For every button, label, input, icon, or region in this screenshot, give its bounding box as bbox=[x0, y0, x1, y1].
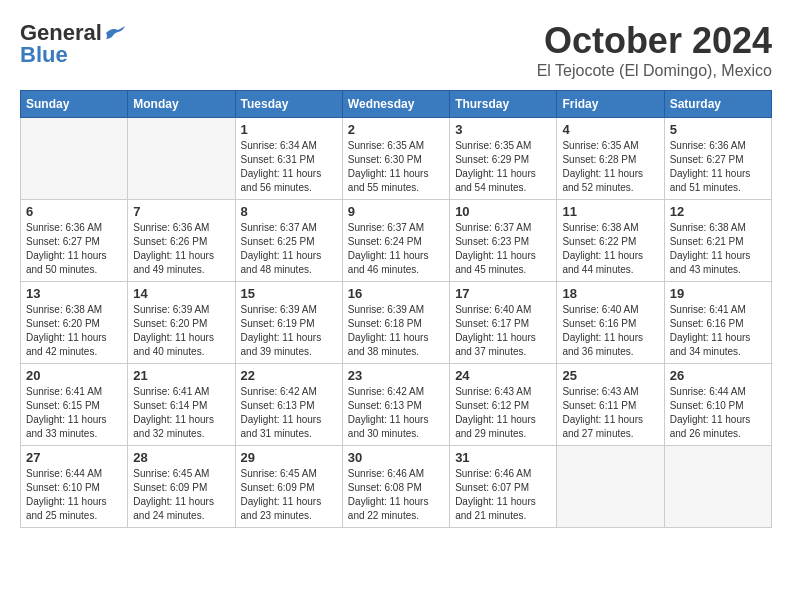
day-info: Sunrise: 6:39 AM Sunset: 6:18 PM Dayligh… bbox=[348, 303, 444, 359]
day-info: Sunrise: 6:36 AM Sunset: 6:26 PM Dayligh… bbox=[133, 221, 229, 277]
day-number: 7 bbox=[133, 204, 229, 219]
calendar-cell: 12Sunrise: 6:38 AM Sunset: 6:21 PM Dayli… bbox=[664, 200, 771, 282]
calendar-cell: 7Sunrise: 6:36 AM Sunset: 6:26 PM Daylig… bbox=[128, 200, 235, 282]
day-info: Sunrise: 6:45 AM Sunset: 6:09 PM Dayligh… bbox=[133, 467, 229, 523]
day-number: 23 bbox=[348, 368, 444, 383]
day-number: 29 bbox=[241, 450, 337, 465]
calendar-cell: 27Sunrise: 6:44 AM Sunset: 6:10 PM Dayli… bbox=[21, 446, 128, 528]
day-info: Sunrise: 6:45 AM Sunset: 6:09 PM Dayligh… bbox=[241, 467, 337, 523]
day-info: Sunrise: 6:43 AM Sunset: 6:11 PM Dayligh… bbox=[562, 385, 658, 441]
day-info: Sunrise: 6:39 AM Sunset: 6:20 PM Dayligh… bbox=[133, 303, 229, 359]
col-header-monday: Monday bbox=[128, 91, 235, 118]
calendar-cell: 23Sunrise: 6:42 AM Sunset: 6:13 PM Dayli… bbox=[342, 364, 449, 446]
calendar-cell: 8Sunrise: 6:37 AM Sunset: 6:25 PM Daylig… bbox=[235, 200, 342, 282]
day-number: 19 bbox=[670, 286, 766, 301]
day-info: Sunrise: 6:35 AM Sunset: 6:29 PM Dayligh… bbox=[455, 139, 551, 195]
calendar-cell: 1Sunrise: 6:34 AM Sunset: 6:31 PM Daylig… bbox=[235, 118, 342, 200]
calendar-week-5: 27Sunrise: 6:44 AM Sunset: 6:10 PM Dayli… bbox=[21, 446, 772, 528]
calendar-header-row: SundayMondayTuesdayWednesdayThursdayFrid… bbox=[21, 91, 772, 118]
calendar-cell: 24Sunrise: 6:43 AM Sunset: 6:12 PM Dayli… bbox=[450, 364, 557, 446]
day-info: Sunrise: 6:44 AM Sunset: 6:10 PM Dayligh… bbox=[670, 385, 766, 441]
calendar-cell: 5Sunrise: 6:36 AM Sunset: 6:27 PM Daylig… bbox=[664, 118, 771, 200]
calendar-cell: 9Sunrise: 6:37 AM Sunset: 6:24 PM Daylig… bbox=[342, 200, 449, 282]
title-block: October 2024 El Tejocote (El Domingo), M… bbox=[537, 20, 772, 80]
day-number: 27 bbox=[26, 450, 122, 465]
calendar-week-1: 1Sunrise: 6:34 AM Sunset: 6:31 PM Daylig… bbox=[21, 118, 772, 200]
day-info: Sunrise: 6:42 AM Sunset: 6:13 PM Dayligh… bbox=[241, 385, 337, 441]
location-subtitle: El Tejocote (El Domingo), Mexico bbox=[537, 62, 772, 80]
calendar-cell: 13Sunrise: 6:38 AM Sunset: 6:20 PM Dayli… bbox=[21, 282, 128, 364]
calendar-cell bbox=[21, 118, 128, 200]
day-info: Sunrise: 6:42 AM Sunset: 6:13 PM Dayligh… bbox=[348, 385, 444, 441]
calendar-cell bbox=[128, 118, 235, 200]
day-info: Sunrise: 6:36 AM Sunset: 6:27 PM Dayligh… bbox=[670, 139, 766, 195]
col-header-saturday: Saturday bbox=[664, 91, 771, 118]
calendar-cell: 3Sunrise: 6:35 AM Sunset: 6:29 PM Daylig… bbox=[450, 118, 557, 200]
logo-blue: Blue bbox=[20, 42, 68, 68]
day-number: 9 bbox=[348, 204, 444, 219]
day-number: 18 bbox=[562, 286, 658, 301]
day-info: Sunrise: 6:40 AM Sunset: 6:17 PM Dayligh… bbox=[455, 303, 551, 359]
calendar-cell: 20Sunrise: 6:41 AM Sunset: 6:15 PM Dayli… bbox=[21, 364, 128, 446]
calendar-cell: 28Sunrise: 6:45 AM Sunset: 6:09 PM Dayli… bbox=[128, 446, 235, 528]
calendar-table: SundayMondayTuesdayWednesdayThursdayFrid… bbox=[20, 90, 772, 528]
day-info: Sunrise: 6:37 AM Sunset: 6:24 PM Dayligh… bbox=[348, 221, 444, 277]
day-info: Sunrise: 6:38 AM Sunset: 6:21 PM Dayligh… bbox=[670, 221, 766, 277]
calendar-cell: 4Sunrise: 6:35 AM Sunset: 6:28 PM Daylig… bbox=[557, 118, 664, 200]
calendar-cell: 11Sunrise: 6:38 AM Sunset: 6:22 PM Dayli… bbox=[557, 200, 664, 282]
calendar-cell: 30Sunrise: 6:46 AM Sunset: 6:08 PM Dayli… bbox=[342, 446, 449, 528]
day-number: 14 bbox=[133, 286, 229, 301]
calendar-cell: 31Sunrise: 6:46 AM Sunset: 6:07 PM Dayli… bbox=[450, 446, 557, 528]
calendar-cell: 19Sunrise: 6:41 AM Sunset: 6:16 PM Dayli… bbox=[664, 282, 771, 364]
day-info: Sunrise: 6:41 AM Sunset: 6:14 PM Dayligh… bbox=[133, 385, 229, 441]
day-number: 30 bbox=[348, 450, 444, 465]
calendar-cell: 10Sunrise: 6:37 AM Sunset: 6:23 PM Dayli… bbox=[450, 200, 557, 282]
day-number: 12 bbox=[670, 204, 766, 219]
day-info: Sunrise: 6:37 AM Sunset: 6:25 PM Dayligh… bbox=[241, 221, 337, 277]
day-info: Sunrise: 6:39 AM Sunset: 6:19 PM Dayligh… bbox=[241, 303, 337, 359]
day-number: 5 bbox=[670, 122, 766, 137]
logo-bird-icon bbox=[104, 25, 126, 41]
calendar-cell: 16Sunrise: 6:39 AM Sunset: 6:18 PM Dayli… bbox=[342, 282, 449, 364]
day-number: 15 bbox=[241, 286, 337, 301]
day-info: Sunrise: 6:35 AM Sunset: 6:28 PM Dayligh… bbox=[562, 139, 658, 195]
day-info: Sunrise: 6:41 AM Sunset: 6:15 PM Dayligh… bbox=[26, 385, 122, 441]
day-info: Sunrise: 6:44 AM Sunset: 6:10 PM Dayligh… bbox=[26, 467, 122, 523]
day-number: 25 bbox=[562, 368, 658, 383]
calendar-cell: 18Sunrise: 6:40 AM Sunset: 6:16 PM Dayli… bbox=[557, 282, 664, 364]
col-header-thursday: Thursday bbox=[450, 91, 557, 118]
day-number: 26 bbox=[670, 368, 766, 383]
col-header-sunday: Sunday bbox=[21, 91, 128, 118]
day-info: Sunrise: 6:40 AM Sunset: 6:16 PM Dayligh… bbox=[562, 303, 658, 359]
day-number: 8 bbox=[241, 204, 337, 219]
calendar-cell: 17Sunrise: 6:40 AM Sunset: 6:17 PM Dayli… bbox=[450, 282, 557, 364]
day-info: Sunrise: 6:46 AM Sunset: 6:07 PM Dayligh… bbox=[455, 467, 551, 523]
day-number: 4 bbox=[562, 122, 658, 137]
calendar-cell bbox=[664, 446, 771, 528]
calendar-cell: 15Sunrise: 6:39 AM Sunset: 6:19 PM Dayli… bbox=[235, 282, 342, 364]
day-number: 31 bbox=[455, 450, 551, 465]
day-number: 6 bbox=[26, 204, 122, 219]
calendar-cell: 2Sunrise: 6:35 AM Sunset: 6:30 PM Daylig… bbox=[342, 118, 449, 200]
col-header-tuesday: Tuesday bbox=[235, 91, 342, 118]
logo: General Blue bbox=[20, 20, 126, 68]
calendar-week-4: 20Sunrise: 6:41 AM Sunset: 6:15 PM Dayli… bbox=[21, 364, 772, 446]
day-number: 1 bbox=[241, 122, 337, 137]
calendar-cell bbox=[557, 446, 664, 528]
month-title: October 2024 bbox=[537, 20, 772, 62]
calendar-cell: 22Sunrise: 6:42 AM Sunset: 6:13 PM Dayli… bbox=[235, 364, 342, 446]
col-header-friday: Friday bbox=[557, 91, 664, 118]
col-header-wednesday: Wednesday bbox=[342, 91, 449, 118]
day-info: Sunrise: 6:46 AM Sunset: 6:08 PM Dayligh… bbox=[348, 467, 444, 523]
day-info: Sunrise: 6:38 AM Sunset: 6:22 PM Dayligh… bbox=[562, 221, 658, 277]
day-number: 13 bbox=[26, 286, 122, 301]
day-number: 17 bbox=[455, 286, 551, 301]
calendar-cell: 21Sunrise: 6:41 AM Sunset: 6:14 PM Dayli… bbox=[128, 364, 235, 446]
day-number: 10 bbox=[455, 204, 551, 219]
day-info: Sunrise: 6:35 AM Sunset: 6:30 PM Dayligh… bbox=[348, 139, 444, 195]
day-info: Sunrise: 6:41 AM Sunset: 6:16 PM Dayligh… bbox=[670, 303, 766, 359]
day-number: 28 bbox=[133, 450, 229, 465]
day-number: 2 bbox=[348, 122, 444, 137]
calendar-cell: 25Sunrise: 6:43 AM Sunset: 6:11 PM Dayli… bbox=[557, 364, 664, 446]
day-number: 21 bbox=[133, 368, 229, 383]
